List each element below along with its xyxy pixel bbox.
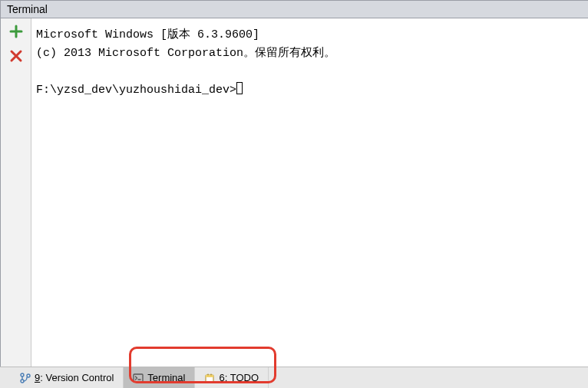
terminal-line: Microsoft Windows [版本 6.3.9600] [36,28,259,41]
terminal-gutter [1,18,31,387]
terminal-output[interactable]: Microsoft Windows [版本 6.3.9600] (c) 2013… [31,18,588,387]
add-session-icon[interactable] [9,25,23,38]
svg-point-6 [207,373,209,375]
svg-point-0 [21,373,24,376]
close-session-icon[interactable] [9,49,23,63]
tab-version-control[interactable]: 9: Version Control [11,367,124,388]
terminal-panel-header: Terminal [0,0,588,18]
svg-point-2 [27,374,30,377]
terminal-line: (c) 2013 Microsoft Corporation。保留所有权利。 [36,47,335,60]
terminal-icon [133,373,144,383]
tab-label: Terminal [147,372,185,383]
terminal-panel-body: Microsoft Windows [版本 6.3.9600] (c) 2013… [0,18,588,388]
tab-terminal[interactable]: Terminal [124,367,195,388]
svg-point-1 [21,380,24,383]
tool-window-tabs: 9: Version Control Terminal 6: TODO [0,367,588,388]
tab-label: 9: Version Control [35,372,114,383]
terminal-panel-title: Terminal [7,3,48,15]
branch-icon [20,373,31,383]
svg-rect-5 [206,375,213,377]
tab-todo[interactable]: 6: TODO [195,367,269,388]
svg-point-7 [210,373,212,375]
svg-rect-3 [134,374,143,382]
terminal-cursor [236,82,243,94]
tab-label: 6: TODO [219,372,259,383]
terminal-prompt: F:\yzsd_dev\yuzhoushidai_dev> [36,84,236,97]
todo-icon [204,373,215,383]
